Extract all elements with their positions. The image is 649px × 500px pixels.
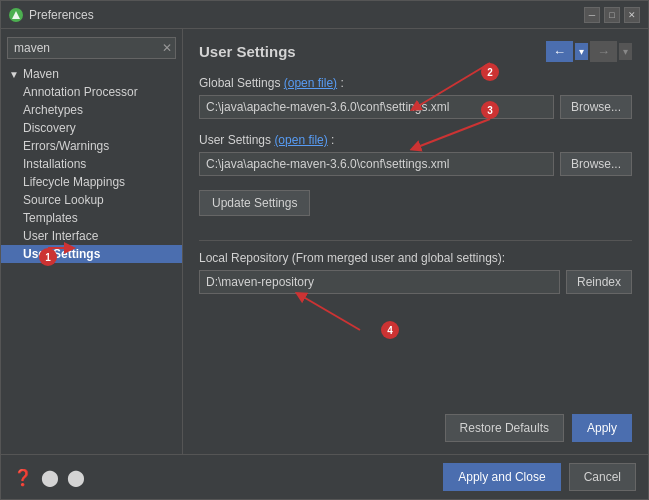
global-settings-label: Global Settings (open file) : xyxy=(199,76,632,90)
global-settings-input[interactable] xyxy=(199,95,554,119)
panel-title: User Settings xyxy=(199,43,296,60)
sidebar-item-discovery[interactable]: Discovery xyxy=(1,119,182,137)
help-icon[interactable]: ❓ xyxy=(13,468,33,487)
update-settings-button[interactable]: Update Settings xyxy=(199,190,310,216)
local-repo-section: Local Repository (From merged user and g… xyxy=(199,251,632,304)
forward-button[interactable]: → xyxy=(590,41,617,62)
export-icon[interactable]: ⬤ xyxy=(67,468,85,487)
bottom-left-icons: ❓ ⬤ ⬤ xyxy=(13,468,85,487)
source-label: Source Lookup xyxy=(23,193,104,207)
user-settings-section: User Settings (open file) : Browse... xyxy=(199,133,632,186)
errors-label: Errors/Warnings xyxy=(23,139,109,153)
separator xyxy=(199,240,632,241)
global-settings-input-row: Browse... xyxy=(199,95,632,119)
user-settings-label: User Settings xyxy=(23,247,100,261)
dialog-title: Preferences xyxy=(29,8,584,22)
maximize-button[interactable]: □ xyxy=(604,7,620,23)
restore-apply-row: Restore Defaults Apply xyxy=(199,334,632,442)
sidebar-item-archetypes[interactable]: Archetypes xyxy=(1,101,182,119)
user-browse-button[interactable]: Browse... xyxy=(560,152,632,176)
maven-label: Maven xyxy=(23,67,59,81)
sidebar-item-lifecycle[interactable]: Lifecycle Mappings xyxy=(1,173,182,191)
panel-header: User Settings ← ▾ → ▾ xyxy=(199,41,632,62)
restore-defaults-button[interactable]: Restore Defaults xyxy=(445,414,564,442)
sidebar-item-ui[interactable]: User Interface xyxy=(1,227,182,245)
apply-button[interactable]: Apply xyxy=(572,414,632,442)
sidebar-item-installations[interactable]: Installations xyxy=(1,155,182,173)
global-browse-button[interactable]: Browse... xyxy=(560,95,632,119)
minimize-button[interactable]: ─ xyxy=(584,7,600,23)
lifecycle-label: Lifecycle Mappings xyxy=(23,175,125,189)
forward-dropdown[interactable]: ▾ xyxy=(619,43,632,60)
expand-arrow: ▼ xyxy=(9,69,19,80)
nav-arrows: ← ▾ → ▾ xyxy=(546,41,632,62)
search-clear-icon[interactable]: ✕ xyxy=(162,41,172,55)
sidebar-item-maven[interactable]: ▼ Maven xyxy=(1,65,182,83)
sidebar-item-templates[interactable]: Templates xyxy=(1,209,182,227)
sidebar-item-errors[interactable]: Errors/Warnings xyxy=(1,137,182,155)
global-settings-section: Global Settings (open file) : Browse... xyxy=(199,76,632,129)
local-repo-label: Local Repository (From merged user and g… xyxy=(199,251,632,265)
close-button[interactable]: ✕ xyxy=(624,7,640,23)
user-settings-label-text: User Settings (open file) : xyxy=(199,133,632,147)
apply-and-close-button[interactable]: Apply and Close xyxy=(443,463,560,491)
templates-label: Templates xyxy=(23,211,78,225)
sidebar-item-source[interactable]: Source Lookup xyxy=(1,191,182,209)
search-box: ✕ xyxy=(7,37,176,59)
user-open-file-link[interactable]: (open file) xyxy=(274,133,327,147)
local-repo-input[interactable] xyxy=(199,270,560,294)
sidebar: ✕ ▼ Maven Annotation Processor Archetype… xyxy=(1,29,183,454)
back-dropdown[interactable]: ▾ xyxy=(575,43,588,60)
user-settings-input-row: Browse... xyxy=(199,152,632,176)
discovery-label: Discovery xyxy=(23,121,76,135)
installations-label: Installations xyxy=(23,157,86,171)
main-panel: User Settings ← ▾ → ▾ Global Settings (o… xyxy=(183,29,648,454)
global-open-file-link[interactable]: (open file) xyxy=(284,76,337,90)
title-bar: Preferences ─ □ ✕ xyxy=(1,1,648,29)
sidebar-item-annotation[interactable]: Annotation Processor xyxy=(1,83,182,101)
user-settings-input[interactable] xyxy=(199,152,554,176)
bottom-bar: ❓ ⬤ ⬤ Apply and Close Cancel xyxy=(1,454,648,499)
window-controls: ─ □ ✕ xyxy=(584,7,640,23)
reindex-button[interactable]: Reindex xyxy=(566,270,632,294)
app-icon xyxy=(9,8,23,22)
search-input[interactable] xyxy=(7,37,176,59)
archetypes-label: Archetypes xyxy=(23,103,83,117)
local-repo-input-row: Reindex xyxy=(199,270,632,294)
annotation-label: Annotation Processor xyxy=(23,85,138,99)
sidebar-item-user-settings[interactable]: User Settings xyxy=(1,245,182,263)
bottom-buttons: Apply and Close Cancel xyxy=(443,463,636,491)
back-button[interactable]: ← xyxy=(546,41,573,62)
ui-label: User Interface xyxy=(23,229,98,243)
cancel-button[interactable]: Cancel xyxy=(569,463,636,491)
import-icon[interactable]: ⬤ xyxy=(41,468,59,487)
